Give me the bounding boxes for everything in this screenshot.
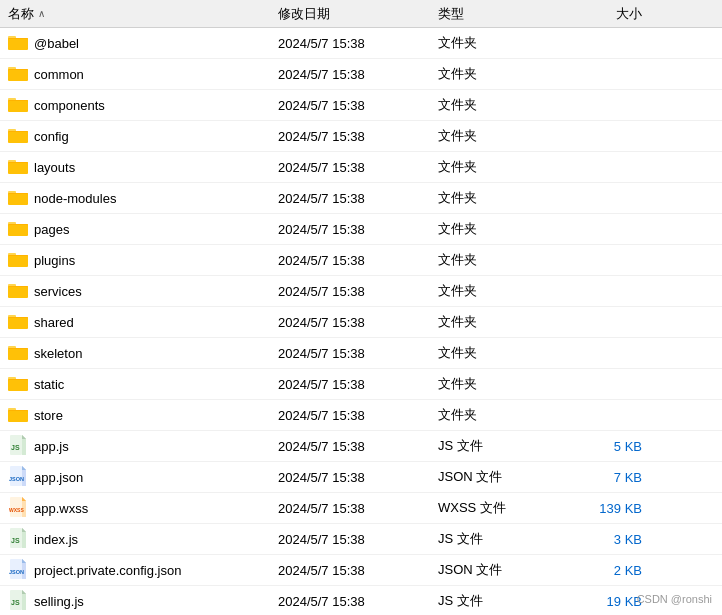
file-name-label: app.json: [34, 470, 83, 485]
header-date[interactable]: 修改日期: [270, 1, 430, 27]
file-size-cell: 139 KB: [550, 499, 650, 518]
file-type-label: JS 文件: [438, 592, 483, 610]
table-row[interactable]: plugins 2024/5/7 15:38 文件夹: [0, 245, 722, 276]
folder-icon: [8, 96, 28, 115]
file-type-label: 文件夹: [438, 251, 477, 269]
folder-icon: [8, 282, 28, 301]
svg-rect-39: [8, 318, 28, 328]
folder-icon: [8, 220, 28, 239]
table-row[interactable]: shared 2024/5/7 15:38 文件夹: [0, 307, 722, 338]
file-size-cell: [550, 227, 650, 231]
table-row[interactable]: JS selling.js 2024/5/7 15:38 JS 文件 19 KB: [0, 586, 722, 615]
file-date-cell: 2024/5/7 15:38: [270, 499, 430, 518]
file-date-label: 2024/5/7 15:38: [278, 98, 365, 113]
file-type-cell: 文件夹: [430, 63, 550, 85]
folder-icon: [8, 313, 28, 332]
file-type-label: JS 文件: [438, 530, 483, 548]
table-row[interactable]: @babel 2024/5/7 15:38 文件夹: [0, 28, 722, 59]
svg-rect-79: [22, 594, 26, 610]
file-size-cell: [550, 72, 650, 76]
file-size-cell: [550, 289, 650, 293]
sort-arrow-name: ∧: [38, 8, 45, 19]
header-name[interactable]: 名称 ∧: [0, 1, 270, 27]
file-date-cell: 2024/5/7 15:38: [270, 96, 430, 115]
file-name-label: pages: [34, 222, 69, 237]
file-name-cell: JS app.js: [0, 433, 270, 460]
file-date-label: 2024/5/7 15:38: [278, 346, 365, 361]
file-size-label: 7 KB: [614, 470, 642, 485]
table-row[interactable]: layouts 2024/5/7 15:38 文件夹: [0, 152, 722, 183]
file-type-label: JSON 文件: [438, 468, 502, 486]
file-date-cell: 2024/5/7 15:38: [270, 406, 430, 425]
table-row[interactable]: services 2024/5/7 15:38 文件夹: [0, 276, 722, 307]
file-type-cell: 文件夹: [430, 311, 550, 333]
table-row[interactable]: store 2024/5/7 15:38 文件夹: [0, 400, 722, 431]
file-name-label: index.js: [34, 532, 78, 547]
file-date-cell: 2024/5/7 15:38: [270, 282, 430, 301]
file-size-cell: [550, 258, 650, 262]
file-date-label: 2024/5/7 15:38: [278, 67, 365, 82]
file-name-label: skeleton: [34, 346, 82, 361]
table-row[interactable]: config 2024/5/7 15:38 文件夹: [0, 121, 722, 152]
svg-text:JSON: JSON: [9, 569, 24, 575]
table-row[interactable]: JSON project.private.config.json 2024/5/…: [0, 555, 722, 586]
file-size-cell: [550, 165, 650, 169]
file-size-cell: 2 KB: [550, 561, 650, 580]
file-type-label: 文件夹: [438, 313, 477, 331]
table-row[interactable]: JS app.js 2024/5/7 15:38 JS 文件 5 KB: [0, 431, 722, 462]
file-date-cell: 2024/5/7 15:38: [270, 468, 430, 487]
file-list: @babel 2024/5/7 15:38 文件夹 common 2024/5/…: [0, 28, 722, 615]
file-type-cell: 文件夹: [430, 249, 550, 271]
file-type-cell: 文件夹: [430, 94, 550, 116]
file-type-cell: 文件夹: [430, 373, 550, 395]
folder-icon: [8, 251, 28, 270]
header-size[interactable]: 大小: [550, 1, 650, 27]
file-explorer: 名称 ∧ 修改日期 类型 大小 @babel 2024/5/7 15:38: [0, 0, 722, 615]
svg-rect-69: [22, 532, 26, 548]
table-row[interactable]: static 2024/5/7 15:38 文件夹: [0, 369, 722, 400]
header-type-label: 类型: [438, 5, 464, 23]
svg-rect-54: [22, 439, 26, 455]
folder-icon: [8, 189, 28, 208]
file-type-label: 文件夹: [438, 127, 477, 145]
file-date-label: 2024/5/7 15:38: [278, 563, 365, 578]
table-row[interactable]: skeleton 2024/5/7 15:38 文件夹: [0, 338, 722, 369]
file-name-label: services: [34, 284, 82, 299]
file-date-label: 2024/5/7 15:38: [278, 160, 365, 175]
file-size-label: 2 KB: [614, 563, 642, 578]
js-icon: JS: [8, 435, 28, 458]
file-name-cell: layouts: [0, 156, 270, 179]
table-row[interactable]: components 2024/5/7 15:38 文件夹: [0, 90, 722, 121]
svg-rect-3: [8, 39, 28, 49]
file-name-label: layouts: [34, 160, 75, 175]
file-date-label: 2024/5/7 15:38: [278, 408, 365, 423]
file-size-label: 3 KB: [614, 532, 642, 547]
file-type-label: 文件夹: [438, 375, 477, 393]
table-row[interactable]: JSON app.json 2024/5/7 15:38 JSON 文件 7 K…: [0, 462, 722, 493]
file-size-cell: [550, 413, 650, 417]
file-date-label: 2024/5/7 15:38: [278, 377, 365, 392]
svg-marker-75: [22, 559, 26, 563]
svg-marker-60: [22, 466, 26, 470]
table-row[interactable]: JS index.js 2024/5/7 15:38 JS 文件 3 KB: [0, 524, 722, 555]
header-type[interactable]: 类型: [430, 1, 550, 27]
file-type-label: 文件夹: [438, 220, 477, 238]
file-date-cell: 2024/5/7 15:38: [270, 313, 430, 332]
file-date-label: 2024/5/7 15:38: [278, 129, 365, 144]
table-row[interactable]: pages 2024/5/7 15:38 文件夹: [0, 214, 722, 245]
table-row[interactable]: WXSS app.wxss 2024/5/7 15:38 WXSS 文件 139…: [0, 493, 722, 524]
js-icon: JS: [8, 590, 28, 613]
folder-icon: [8, 127, 28, 146]
file-size-cell: [550, 134, 650, 138]
table-row[interactable]: common 2024/5/7 15:38 文件夹: [0, 59, 722, 90]
file-date-label: 2024/5/7 15:38: [278, 501, 365, 516]
file-date-cell: 2024/5/7 15:38: [270, 561, 430, 580]
file-name-label: config: [34, 129, 69, 144]
svg-rect-35: [8, 287, 28, 297]
table-row[interactable]: node-modules 2024/5/7 15:38 文件夹: [0, 183, 722, 214]
file-date-label: 2024/5/7 15:38: [278, 191, 365, 206]
file-type-cell: 文件夹: [430, 218, 550, 240]
json-icon: JSON: [8, 559, 28, 582]
file-date-cell: 2024/5/7 15:38: [270, 592, 430, 611]
file-size-cell: 5 KB: [550, 437, 650, 456]
